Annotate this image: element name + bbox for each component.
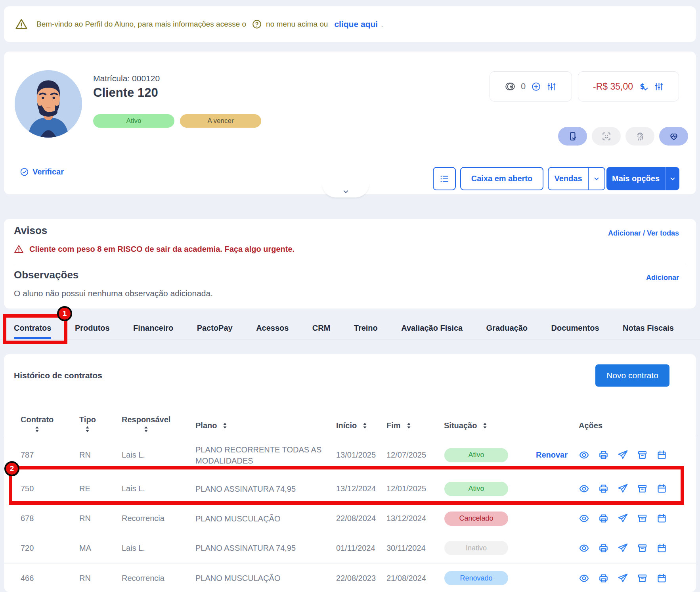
header-contrato[interactable]: Contrato [21,415,54,433]
avisos-add-link[interactable]: Adicionar / Ver todas [608,229,679,238]
archive-icon[interactable] [637,450,648,460]
archive-icon[interactable] [637,543,648,554]
observacoes-add-link[interactable]: Adicionar [646,274,679,282]
sort-icon[interactable] [222,422,228,429]
print-icon[interactable] [598,450,609,460]
view-icon[interactable] [579,450,589,460]
sort-icon[interactable] [482,422,488,429]
mais-opcoes-button[interactable]: Mais opções [606,167,679,190]
tab-documentos[interactable]: Documentos [551,324,599,339]
table-row: 678 RN Recorrencia PLANO MUSCULAÇÃO 22/0… [4,504,696,533]
header-fim[interactable]: Fim [386,421,440,430]
fingerprint-button[interactable] [625,127,654,146]
table-row: 720 MA Lais L. PLANO ASSINATURA 74,95 01… [4,533,696,563]
list-icon [439,174,449,184]
tab-financeiro[interactable]: Financeiro [133,324,173,339]
add-points-icon[interactable] [531,82,541,92]
view-icon[interactable] [579,543,589,554]
divider [14,265,686,265]
face-scan-button[interactable] [592,127,621,146]
print-icon[interactable] [598,513,609,524]
device-check-button[interactable] [558,127,587,146]
sort-icon[interactable] [362,422,367,429]
table-row: 466 RN Recorrencia PLANO MUSCULAÇÃO 22/0… [4,563,696,592]
print-icon[interactable] [598,543,609,554]
vendas-dropdown-toggle[interactable] [588,168,604,190]
archive-icon[interactable] [637,573,648,584]
verificar-label: Verificar [33,167,64,176]
money-transfer-icon[interactable] [639,82,648,92]
balance-value: -R$ 35,00 [593,81,633,92]
profile-tabs: Contratos Produtos Financeiro PactoPay A… [0,321,700,339]
list-view-button[interactable] [433,167,456,190]
banner-text: Bem-vindo ao Perfil do Aluno, para mais … [36,20,246,29]
banner-text-2: no menu acima ou [266,20,328,29]
header-situacao[interactable]: Situação [440,421,531,430]
tab-produtos[interactable]: Produtos [75,324,110,339]
chevron-down-icon [593,175,600,182]
header-plano[interactable]: Plano [195,421,336,430]
send-icon[interactable] [618,543,628,554]
tab-pactopay[interactable]: PactoPay [197,324,233,339]
collapse-profile-toggle[interactable] [322,183,369,197]
face-scan-icon [601,131,612,142]
health-button[interactable] [659,127,688,146]
view-icon[interactable] [579,573,589,584]
warning-triangle-icon [14,244,24,254]
send-icon[interactable] [618,573,628,584]
vendas-button[interactable]: Vendas [548,167,605,190]
banner-period: . [381,20,383,29]
balance-settings-icon[interactable] [654,82,664,92]
badge-a-vencer: A vencer [180,114,261,128]
status-badge: Cancelado [444,512,508,526]
check-circle-icon [20,167,29,176]
calendar-icon[interactable] [656,513,667,524]
risk-warning-text: Cliente com peso 8 em RISCO de sair da a… [29,245,295,254]
mais-opcoes-dropdown-toggle[interactable] [665,167,679,190]
mais-opcoes-label: Mais opções [606,174,665,183]
matricula-label: Matrícula: 000120 [93,74,160,83]
tab-treino[interactable]: Treino [354,324,378,339]
annotation-step-1: 1 [57,306,72,321]
print-icon[interactable] [598,573,609,584]
header-tipo[interactable]: Tipo [79,415,96,433]
header-inicio[interactable]: Início [336,421,386,430]
tab-notas-fiscais[interactable]: Notas Fiscais [623,324,674,339]
sort-icon[interactable] [34,426,40,433]
sort-icon[interactable] [85,426,90,433]
verificar-link[interactable]: Verificar [20,167,64,176]
chevron-down-icon [342,188,350,195]
chevron-down-icon [669,175,676,182]
welcome-banner: Bem-vindo ao Perfil do Aluno, para mais … [4,6,696,42]
avatar [15,70,82,138]
coin-star-icon [505,81,515,92]
novo-contrato-button[interactable]: Novo contrato [595,364,669,387]
view-icon[interactable] [579,513,589,524]
contracts-table-header: Contrato Tipo Responsável Plano Início F… [4,398,696,436]
calendar-icon[interactable] [656,450,667,460]
avisos-title: Avisos [14,224,47,237]
calendar-icon[interactable] [656,543,667,554]
tab-acessos[interactable]: Acessos [256,324,289,339]
contracts-table-body: 787 RN Lais L. PLANO RECORRENTE TODAS AS… [4,436,696,592]
risk-warning: Cliente com peso 8 em RISCO de sair da a… [14,244,295,254]
sort-icon[interactable] [143,426,149,433]
sort-icon[interactable] [406,422,411,429]
tab-avaliacao-fisica[interactable]: Avaliação Física [401,324,463,339]
points-settings-icon[interactable] [547,82,557,92]
clique-aqui-link[interactable]: clique aqui [334,19,378,29]
heart-pulse-icon [669,131,679,142]
warning-triangle-icon [15,18,28,31]
header-responsavel[interactable]: Responsável [122,415,170,433]
vendas-label: Vendas [549,174,588,183]
renovar-link[interactable]: Renovar [536,450,568,459]
observacoes-empty-text: O aluno não possui nenhuma observação ad… [14,289,213,298]
archive-icon[interactable] [637,513,648,524]
send-icon[interactable] [618,513,628,524]
caixa-em-aberto-button[interactable]: Caixa em aberto [460,167,543,190]
tab-crm[interactable]: CRM [312,324,331,339]
send-icon[interactable] [618,450,628,460]
tab-graduacao[interactable]: Graduação [486,324,528,339]
calendar-icon[interactable] [656,573,667,584]
notes-card: Avisos Adicionar / Ver todas Cliente com… [4,219,696,308]
